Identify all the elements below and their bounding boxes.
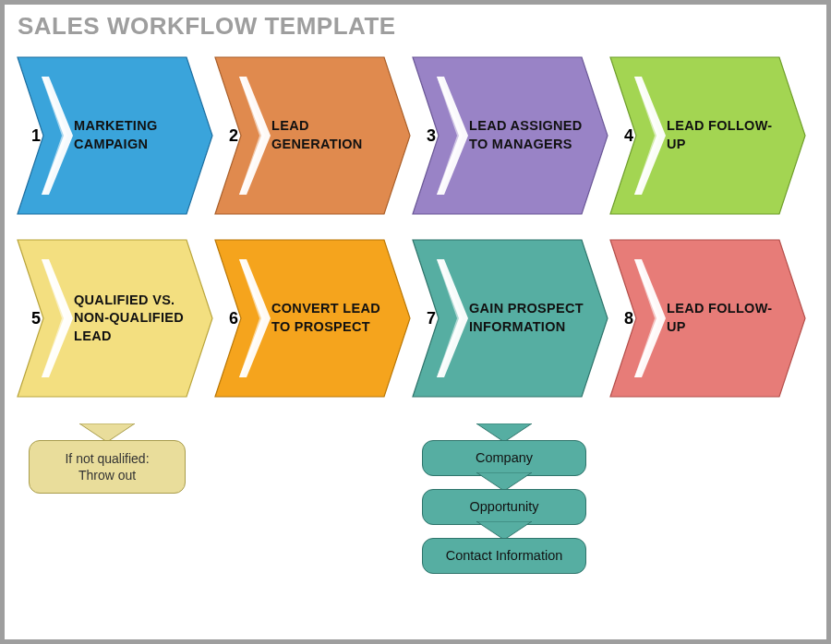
step-number: 5 xyxy=(31,309,41,328)
callout-pill-company: Company xyxy=(422,440,586,476)
step-label: LEAD ASSIGNED TO MANAGERS xyxy=(469,117,584,153)
step-number: 8 xyxy=(624,309,633,328)
callout-pill-not-qualified: If not qualified: Throw out xyxy=(29,440,186,494)
diagram-frame: SALES WORKFLOW TEMPLATE 1MARKETING CAMPA… xyxy=(0,0,831,644)
step-number: 6 xyxy=(229,309,238,328)
flow-row-1: 1MARKETING CAMPAIGN2LEAD GENERATION3LEAD… xyxy=(18,57,813,214)
step-label: LEAD FOLLOW-UP xyxy=(667,300,782,336)
workflow-step-5: 5QUALIFIED VS. NON-QUALIFIED LEAD xyxy=(18,240,212,397)
step-number: 2 xyxy=(229,126,238,146)
callout-step-7: Company Opportunity Contact Information xyxy=(422,427,586,574)
step-content: 3LEAD ASSIGNED TO MANAGERS xyxy=(413,57,608,214)
workflow-step-4: 4LEAD FOLLOW-UP xyxy=(610,57,805,214)
callout-step-5: If not qualified: Throw out xyxy=(29,427,186,494)
workflow-step-1: 1MARKETING CAMPAIGN xyxy=(18,57,212,214)
step-content: 1MARKETING CAMPAIGN xyxy=(18,57,212,214)
workflow-step-7: 7GAIN PROSPECT INFORMATION xyxy=(413,240,608,397)
step-content: 5QUALIFIED VS. NON-QUALIFIED LEAD xyxy=(18,240,212,397)
svg-marker-25 xyxy=(476,423,532,442)
step-number: 1 xyxy=(31,126,41,146)
step-label: MARKETING CAMPAIGN xyxy=(74,117,189,153)
callout-pill-opportunity: Opportunity xyxy=(422,489,586,525)
callout-pill-contact-info: Contact Information xyxy=(422,538,586,574)
svg-marker-24 xyxy=(79,423,135,442)
step-label: QUALIFIED VS. NON-QUALIFIED LEAD xyxy=(74,292,189,346)
svg-marker-27 xyxy=(476,521,532,540)
step-content: 8LEAD FOLLOW-UP xyxy=(610,240,805,397)
step-number: 7 xyxy=(427,309,436,328)
step-number: 3 xyxy=(427,126,436,146)
page-title: SALES WORKFLOW TEMPLATE xyxy=(18,12,813,41)
flow-container: 1MARKETING CAMPAIGN2LEAD GENERATION3LEAD… xyxy=(18,57,813,397)
workflow-step-6: 6CONVERT LEAD TO PROSPECT xyxy=(215,240,410,397)
workflow-step-8: 8LEAD FOLLOW-UP xyxy=(610,240,805,397)
step-content: 4LEAD FOLLOW-UP xyxy=(610,57,805,214)
step-content: 2LEAD GENERATION xyxy=(215,57,410,214)
step-label: LEAD GENERATION xyxy=(271,117,387,153)
workflow-step-3: 3LEAD ASSIGNED TO MANAGERS xyxy=(413,57,608,214)
step-label: GAIN PROSPECT INFORMATION xyxy=(469,300,584,336)
flow-row-2: 5QUALIFIED VS. NON-QUALIFIED LEAD6CONVER… xyxy=(18,240,813,397)
step-label: CONVERT LEAD TO PROSPECT xyxy=(271,300,387,336)
step-label: LEAD FOLLOW-UP xyxy=(667,117,782,153)
step-content: 7GAIN PROSPECT INFORMATION xyxy=(413,240,608,397)
step-content: 6CONVERT LEAD TO PROSPECT xyxy=(215,240,410,397)
step-number: 4 xyxy=(624,126,633,146)
svg-marker-26 xyxy=(476,472,532,491)
workflow-step-2: 2LEAD GENERATION xyxy=(215,57,410,214)
